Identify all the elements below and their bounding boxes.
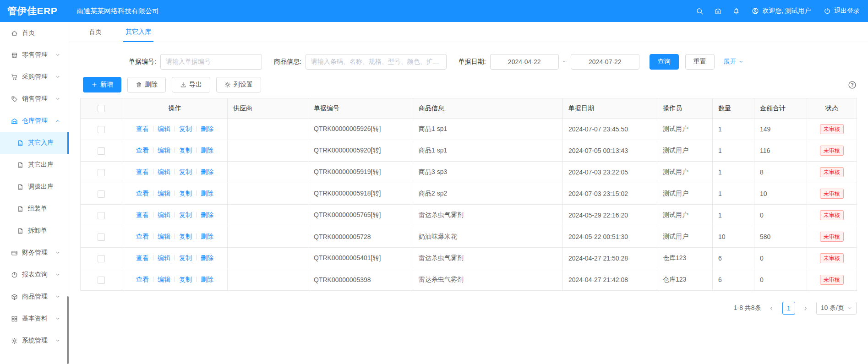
row-checkbox[interactable]	[98, 169, 105, 176]
sidebar-item-11[interactable]: 报表查询	[0, 264, 69, 286]
sidebar-scrollbar[interactable]	[67, 296, 69, 364]
row-select-cell	[81, 269, 122, 291]
date-from-input[interactable]: 2024-04-22	[490, 54, 559, 70]
sidebar-item-0[interactable]: 首页	[0, 22, 69, 44]
sidebar-item-2[interactable]: 采购管理	[0, 66, 69, 88]
search-icon[interactable]	[690, 7, 709, 15]
delete-button[interactable]: 删除	[127, 77, 166, 92]
edit-link[interactable]: 编辑	[158, 125, 170, 132]
logout-icon	[824, 7, 831, 15]
copy-link[interactable]: 复制	[179, 147, 192, 154]
add-button[interactable]: 新增	[83, 77, 121, 92]
edit-link[interactable]: 编辑	[158, 147, 170, 154]
delete-link[interactable]: 删除	[201, 211, 213, 218]
column-settings-button[interactable]: 列设置	[216, 77, 261, 92]
bell-icon[interactable]	[727, 7, 745, 15]
divider	[196, 147, 197, 153]
copy-link[interactable]: 复制	[179, 125, 192, 132]
divider	[175, 126, 175, 131]
sidebar-item-4[interactable]: 仓库管理	[0, 110, 69, 132]
action-toolbar: 新增 删除 导出 列设置 ?	[83, 77, 857, 92]
copy-link[interactable]: 复制	[179, 233, 192, 240]
view-link[interactable]: 查看	[136, 211, 149, 218]
sidebar-item-7[interactable]: 调拨出库	[0, 176, 69, 198]
row-checkbox[interactable]	[98, 255, 105, 262]
content-area: 首页 其它入库 单据编号: 请输入单据编号 商品信息: 请输入条码、名称、规格、…	[69, 22, 868, 364]
delete-link[interactable]: 删除	[201, 233, 213, 240]
delete-link[interactable]: 删除	[201, 147, 213, 154]
product-info-input[interactable]: 请输入条码、名称、规格、型号、颜色、扩展...	[306, 54, 447, 70]
delete-link[interactable]: 删除	[201, 125, 213, 132]
sidebar-item-13[interactable]: 基本资料	[0, 308, 69, 330]
search-button[interactable]: 查询	[650, 54, 679, 70]
delete-link[interactable]: 删除	[201, 168, 213, 175]
row-checkbox[interactable]	[98, 234, 105, 241]
row-select-cell	[81, 226, 122, 248]
date-from-value: 2024-04-22	[508, 58, 541, 65]
row-checkbox[interactable]	[98, 147, 105, 155]
sidebar-item-3[interactable]: 销售管理	[0, 88, 69, 110]
sidebar-item-5[interactable]: 其它入库	[0, 132, 69, 154]
sidebar-item-12[interactable]: 商品管理	[0, 286, 69, 308]
sidebar-item-6[interactable]: 其它出库	[0, 154, 69, 176]
current-page-button[interactable]: 1	[782, 302, 795, 315]
date-to-input[interactable]: 2024-07-22	[571, 54, 639, 70]
row-checkbox[interactable]	[98, 212, 105, 219]
tab-home[interactable]: 首页	[89, 22, 102, 42]
delete-link[interactable]: 删除	[201, 190, 213, 197]
edit-link[interactable]: 编辑	[158, 211, 170, 218]
row-checkbox[interactable]	[98, 277, 105, 284]
view-link[interactable]: 查看	[136, 125, 149, 132]
reset-button[interactable]: 重置	[685, 54, 715, 70]
cell-operator: 仓库123	[657, 269, 713, 291]
copy-link[interactable]: 复制	[179, 168, 192, 175]
cell-operator: 测试用户	[657, 205, 713, 226]
copy-link[interactable]: 复制	[179, 276, 192, 283]
divider	[153, 255, 153, 261]
copy-link[interactable]: 复制	[179, 190, 192, 197]
delete-link[interactable]: 删除	[201, 276, 213, 283]
view-link[interactable]: 查看	[136, 168, 149, 175]
view-link[interactable]: 查看	[136, 147, 149, 154]
copy-link[interactable]: 复制	[179, 211, 192, 218]
tab-other-inbound[interactable]: 其它入库	[126, 22, 151, 42]
help-icon[interactable]: ?	[848, 81, 857, 89]
edit-link[interactable]: 编辑	[158, 254, 170, 261]
view-link[interactable]: 查看	[136, 254, 149, 261]
cell-qty: 1	[713, 162, 754, 183]
export-button[interactable]: 导出	[172, 77, 210, 92]
copy-link[interactable]: 复制	[179, 254, 192, 261]
view-link[interactable]: 查看	[136, 276, 149, 283]
edit-link[interactable]: 编辑	[158, 168, 170, 175]
home-icon	[11, 30, 18, 37]
purchase-icon	[11, 74, 18, 81]
product-info-placeholder: 请输入条码、名称、规格、型号、颜色、扩展...	[311, 58, 441, 66]
bank-icon[interactable]	[709, 7, 727, 15]
select-all-checkbox[interactable]	[98, 105, 105, 112]
delete-link[interactable]: 删除	[201, 254, 213, 261]
sidebar-item-14[interactable]: 系统管理	[0, 330, 69, 352]
column-header: 金额合计	[754, 98, 807, 119]
row-select-cell	[81, 140, 122, 162]
divider	[153, 169, 153, 174]
sidebar-item-8[interactable]: 组装单	[0, 198, 69, 220]
cell-bill-no: QTRK00000005918[转]	[308, 183, 413, 205]
view-link[interactable]: 查看	[136, 190, 149, 197]
logout-button[interactable]: 退出登录	[824, 7, 860, 15]
row-checkbox[interactable]	[98, 126, 105, 133]
edit-link[interactable]: 编辑	[158, 233, 170, 240]
sidebar-item-10[interactable]: 财务管理	[0, 242, 69, 264]
row-select-cell	[81, 119, 122, 140]
next-page-button[interactable]	[800, 302, 812, 315]
prev-page-button[interactable]	[766, 302, 778, 315]
view-link[interactable]: 查看	[136, 233, 149, 240]
row-checkbox[interactable]	[98, 190, 105, 198]
edit-link[interactable]: 编辑	[158, 276, 170, 283]
sidebar-item-1[interactable]: 零售管理	[0, 44, 69, 66]
welcome-user[interactable]: 欢迎您, 测试用户	[752, 7, 811, 15]
edit-link[interactable]: 编辑	[158, 190, 170, 197]
bill-no-input[interactable]: 请输入单据编号	[160, 54, 262, 70]
expand-toggle[interactable]: 展开	[724, 58, 743, 66]
page-size-select[interactable]: 10 条/页	[816, 302, 857, 315]
sidebar-item-9[interactable]: 拆卸单	[0, 220, 69, 242]
